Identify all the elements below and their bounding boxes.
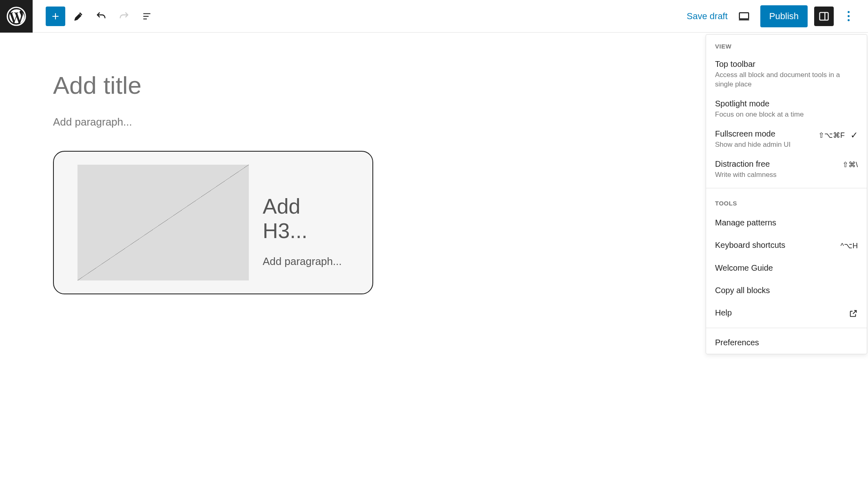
undo-button[interactable] [91,7,111,26]
wordpress-logo[interactable] [0,0,33,33]
edit-icon [73,11,84,22]
menu-shortcut: ⇧⌥⌘F [818,131,845,140]
menu-item-title: Top toolbar [715,60,858,69]
heading-block[interactable]: Add H3... [263,194,349,243]
desktop-icon [738,10,750,22]
external-link-icon [849,308,858,318]
options-button[interactable] [840,7,857,26]
menu-item-title: Distraction free [715,159,837,169]
plus-icon [50,11,61,22]
menu-item-help[interactable]: Help [706,302,867,324]
menu-section-tools: TOOLS [706,192,867,212]
menu-item-desc: Show and hide admin UI [715,140,813,150]
menu-shortcut: ⇧⌘\ [842,160,858,169]
menu-item-distraction-free[interactable]: Distraction free Write with calmness ⇧⌘\ [706,155,867,185]
redo-icon [118,11,130,22]
sidebar-icon [818,11,830,22]
save-draft-button[interactable]: Save draft [687,11,728,22]
menu-item-desc: Focus on one block at a time [715,110,858,119]
menu-shortcut: ^⌥H [841,241,858,250]
toolbar-right: Save draft Publish [687,5,868,27]
menu-item-copy-all-blocks[interactable]: Copy all blocks [706,279,867,302]
add-block-button[interactable] [46,7,65,26]
menu-item-spotlight[interactable]: Spotlight mode Focus on one block at a t… [706,94,867,124]
menu-item-title: Keyboard shortcuts [715,241,785,250]
paragraph-block-inner[interactable]: Add paragraph... [263,255,349,268]
image-placeholder[interactable] [78,165,249,280]
redo-button[interactable] [114,7,134,26]
menu-item-title: Help [715,308,732,318]
menu-item-welcome-guide[interactable]: Welcome Guide [706,257,867,279]
publish-button[interactable]: Publish [760,5,808,27]
menu-item-keyboard-shortcuts[interactable]: Keyboard shortcuts ^⌥H [706,234,867,257]
menu-item-manage-patterns[interactable]: Manage patterns [706,212,867,234]
editor-top-bar: Save draft Publish [0,0,868,33]
media-text-block[interactable]: Add H3... Add paragraph... [53,151,373,294]
menu-item-title: Manage patterns [715,218,776,227]
menu-item-desc: Access all block and document tools in a… [715,71,858,89]
menu-item-title: Fullscreen mode [715,129,813,139]
menu-item-fullscreen[interactable]: Fullscreen mode Show and hide admin UI ⇧… [706,124,867,155]
options-dropdown: VIEW Top toolbar Access all block and do… [706,34,867,354]
menu-item-title: Spotlight mode [715,99,858,108]
menu-item-top-toolbar[interactable]: Top toolbar Access all block and documen… [706,55,867,94]
menu-item-desc: Write with calmness [715,170,837,180]
menu-item-title: Welcome Guide [715,263,773,273]
tools-button[interactable] [69,7,88,26]
settings-sidebar-button[interactable] [814,7,834,26]
preview-button[interactable] [734,7,754,26]
wordpress-icon [7,7,26,26]
more-vertical-icon [848,11,850,21]
menu-section-view: VIEW [706,35,867,55]
list-view-icon [142,11,152,22]
menu-item-title: Copy all blocks [715,286,770,295]
block-text-column: Add H3... Add paragraph... [263,165,349,268]
svg-rect-1 [740,13,749,19]
editor-canvas: Add title Add paragraph... Add H3... Add… [0,33,426,294]
document-overview-button[interactable] [137,7,157,26]
menu-item-title: Preferences [715,338,759,347]
paragraph-block[interactable]: Add paragraph... [53,116,373,128]
undo-icon [95,11,107,22]
menu-item-preferences[interactable]: Preferences [706,331,867,354]
check-icon: ✓ [850,130,858,141]
post-title-input[interactable]: Add title [53,71,373,99]
svg-rect-2 [820,12,828,20]
menu-divider [706,188,867,188]
menu-divider [706,328,867,328]
toolbar-left [33,7,157,26]
